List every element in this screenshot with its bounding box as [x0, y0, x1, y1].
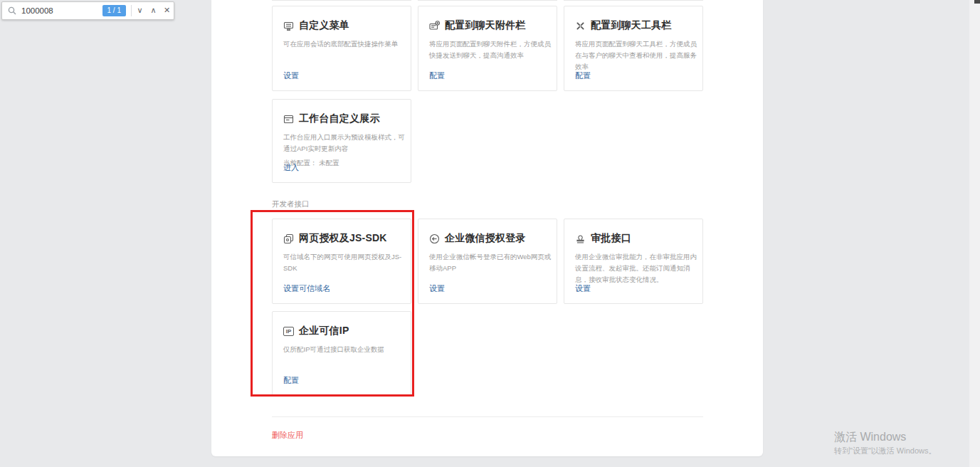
- card-header: 配置到聊天附件栏: [429, 19, 547, 32]
- card-title: 企业微信授权登录: [445, 232, 526, 245]
- developer-api-section-label: 开发者接口: [272, 199, 310, 209]
- cut-card-edge: [418, 0, 557, 1]
- card-title: 配置到聊天工具栏: [591, 19, 672, 32]
- card-title: 企业可信IP: [299, 325, 349, 337]
- card-header: 自定义菜单: [283, 19, 401, 32]
- card-wecom-auth-login: 企业微信授权登录 使用企业微信帐号登录已有的Web网页或移动APP 设置: [418, 219, 557, 304]
- chat-toolbar-configure-link[interactable]: 配置: [575, 70, 591, 81]
- cut-card-edge: [564, 0, 703, 1]
- find-previous-button[interactable]: ∧: [147, 3, 160, 19]
- chat-attachment-configure-link[interactable]: 配置: [429, 70, 445, 81]
- card-approval-api: 审批接口 使用企业微信审批能力，在非审批应用内设置流程、发起审批。还能订阅通知消…: [564, 219, 703, 304]
- delete-app-link[interactable]: 删除应用: [272, 430, 303, 441]
- trusted-ip-icon: IP: [283, 327, 294, 336]
- find-bar-divider: [131, 5, 132, 16]
- card-desc: 将应用页面配置到聊天附件栏，方便成员快捷发送到聊天，提高沟通效率: [429, 38, 552, 61]
- card-title: 审批接口: [591, 232, 631, 245]
- wecom-login-settings-link[interactable]: 设置: [429, 283, 445, 294]
- card-desc: 可信域名下的网页可使用网页授权及JS-SDK: [283, 251, 406, 274]
- cut-card-edge: [272, 0, 411, 1]
- trusted-ip-configure-link[interactable]: 配置: [283, 375, 299, 386]
- approval-settings-link[interactable]: 设置: [575, 283, 591, 294]
- watermark-title: 激活 Windows: [834, 430, 937, 444]
- app-settings-panel: 自定义菜单 可在应用会话的底部配置快捷操作菜单 设置 配置到聊天附件栏 将应用页…: [211, 0, 763, 456]
- card-custom-menu: 自定义菜单 可在应用会话的底部配置快捷操作菜单 设置: [272, 6, 411, 91]
- card-header: 工作台自定义展示: [283, 112, 401, 125]
- search-icon: [8, 6, 16, 15]
- card-title: 自定义菜单: [299, 19, 349, 32]
- set-trusted-domain-link[interactable]: 设置可信域名: [283, 283, 330, 294]
- web-auth-copy-icon: [283, 234, 294, 244]
- card-title: 配置到聊天附件栏: [445, 19, 526, 32]
- card-header: IP 企业可信IP: [283, 325, 401, 337]
- find-bar: 1 / 1 ∨ ∧ ✕: [1, 1, 174, 20]
- workbench-enter-link[interactable]: 进入: [283, 162, 299, 173]
- match-count-badge: 1 / 1: [102, 5, 126, 16]
- card-title: 网页授权及JS-SDK: [299, 232, 387, 245]
- scrollbar-corner: [974, 0, 980, 4]
- card-desc: 工作台应用入口展示为预设模板样式，可通过API实时更新内容: [283, 132, 406, 154]
- chat-attachment-bar-icon: [429, 21, 440, 31]
- watermark-subtitle: 转到"设置"以激活 Windows。: [834, 446, 937, 456]
- find-close-button[interactable]: ✕: [160, 3, 174, 19]
- card-desc: 使用企业微信审批能力，在非审批应用内设置流程、发起审批。还能订阅通知消息，接收审…: [575, 251, 697, 285]
- card-header: 审批接口: [575, 232, 692, 245]
- menu-icon: [283, 21, 294, 31]
- workbench-current-config: 当前配置： 未配置: [283, 159, 401, 168]
- card-desc: 可在应用会话的底部配置快捷操作菜单: [283, 38, 406, 50]
- card-workbench-display: 工作台自定义展示 工作台应用入口展示为预设模板样式，可通过API实时更新内容 当…: [272, 99, 411, 183]
- card-header: 企业微信授权登录: [429, 232, 547, 245]
- card-header: 网页授权及JS-SDK: [283, 232, 401, 245]
- card-chat-toolbar: 配置到聊天工具栏 将应用页面配置到聊天工具栏，方便成员在与客户的聊天中查看和使用…: [564, 6, 703, 91]
- card-web-auth-jssdk: 网页授权及JS-SDK 可信域名下的网页可使用网页授权及JS-SDK 设置可信域…: [272, 219, 411, 304]
- find-input[interactable]: [21, 6, 100, 15]
- chat-toolbar-icon: [575, 21, 586, 31]
- find-next-button[interactable]: ∨: [133, 3, 147, 19]
- card-desc: 使用企业微信帐号登录已有的Web网页或移动APP: [429, 251, 552, 274]
- card-header: 配置到聊天工具栏: [575, 19, 692, 32]
- card-desc: 仅所配IP可通过接口获取企业数据: [283, 344, 406, 355]
- card-title: 工作台自定义展示: [299, 112, 380, 125]
- auth-login-icon: [429, 234, 440, 244]
- footer-divider: [272, 416, 703, 417]
- windows-activation-watermark: 激活 Windows 转到"设置"以激活 Windows。: [834, 430, 937, 456]
- card-trusted-ip: IP 企业可信IP 仅所配IP可通过接口获取企业数据 配置: [272, 311, 411, 396]
- scrollbar-track[interactable]: [969, 0, 980, 467]
- card-chat-attachment: 配置到聊天附件栏 将应用页面配置到聊天附件栏，方便成员快捷发送到聊天，提高沟通效…: [418, 6, 557, 91]
- workbench-window-icon: [283, 114, 294, 125]
- card-desc: 将应用页面配置到聊天工具栏，方便成员在与客户的聊天中查看和使用，提高服务效率: [575, 38, 697, 73]
- approval-stamp-icon: [575, 234, 586, 244]
- custom-menu-settings-link[interactable]: 设置: [283, 70, 299, 81]
